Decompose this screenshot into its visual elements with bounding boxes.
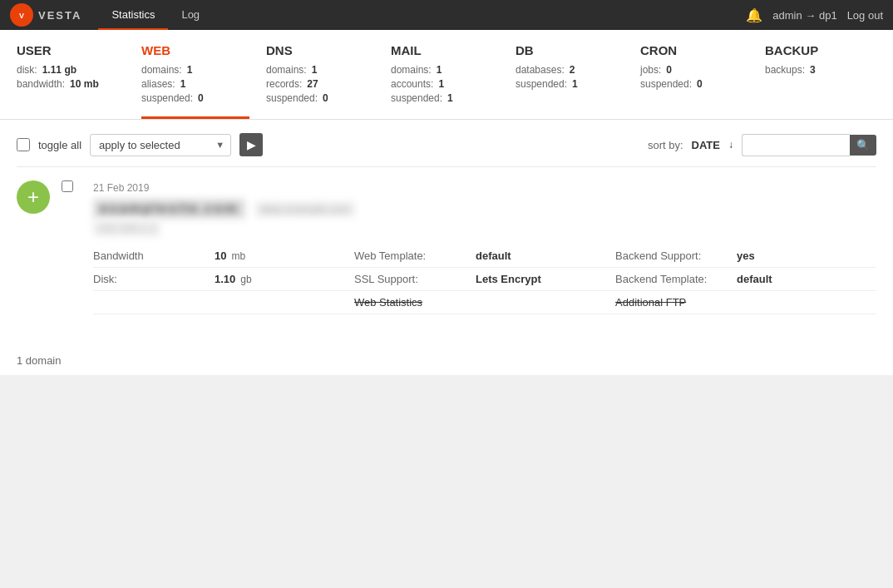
apply-select-wrapper: apply to selected ▼ bbox=[90, 134, 231, 156]
main-content: toggle all apply to selected ▼ ▶ sort by… bbox=[0, 120, 893, 375]
logo-icon: V bbox=[10, 3, 33, 27]
stats-bar: USER disk:1.11 gb bandwidth:10 mb WEB do… bbox=[0, 30, 893, 120]
stats-backup[interactable]: BACKUP backups:3 bbox=[765, 43, 873, 119]
stats-dns-title: DNS bbox=[266, 43, 358, 57]
apply-action-button[interactable]: ▶ bbox=[239, 133, 263, 156]
footer-count: 1 domain bbox=[17, 338, 876, 375]
stats-cron[interactable]: CRON jobs:0 suspended:0 bbox=[640, 43, 748, 119]
apply-to-selected-select[interactable]: apply to selected bbox=[90, 134, 231, 156]
domain-date: 21 Feb 2019 bbox=[93, 182, 876, 194]
logout-button[interactable]: Log out bbox=[847, 9, 883, 22]
stats-user: USER disk:1.11 gb bandwidth:10 mb bbox=[17, 43, 125, 119]
domain-header: examplesite.com alias.example.com bbox=[93, 199, 876, 219]
notification-bell-icon[interactable]: 🔔 bbox=[746, 7, 762, 23]
stats-web-title: WEB bbox=[141, 43, 233, 57]
stat-empty bbox=[93, 291, 354, 314]
toolbar: toggle all apply to selected ▼ ▶ sort by… bbox=[17, 120, 876, 167]
nav-statistics[interactable]: Statistics bbox=[98, 0, 168, 30]
search-button[interactable]: 🔍 bbox=[850, 135, 876, 156]
sort-direction-icon[interactable]: ↓ bbox=[728, 139, 733, 151]
domain-name[interactable]: examplesite.com bbox=[93, 199, 245, 219]
stat-additional-ftp[interactable]: Additional FTP bbox=[615, 291, 876, 314]
web-statistics-link[interactable]: Web Statistics bbox=[354, 296, 422, 309]
stats-dns[interactable]: DNS domains:1 records:27 suspended:0 bbox=[266, 43, 374, 119]
current-user[interactable]: admin → dp1 bbox=[772, 9, 836, 22]
nav-right: 🔔 admin → dp1 Log out bbox=[746, 7, 883, 23]
stat-web-statistics[interactable]: Web Statistics bbox=[354, 291, 615, 314]
stat-ssl-support: SSL Support: Lets Encrypt bbox=[354, 268, 615, 291]
domain-entry-checkbox[interactable] bbox=[62, 180, 73, 192]
additional-ftp-link[interactable]: Additional FTP bbox=[615, 296, 686, 309]
stats-user-title: USER bbox=[17, 43, 108, 57]
stats-cron-title: CRON bbox=[640, 43, 732, 57]
stat-backend-template: Backend Template: default bbox=[615, 268, 876, 291]
stats-mail[interactable]: MAIL domains:1 accounts:1 suspended:1 bbox=[391, 43, 499, 119]
search-wrapper: 🔍 bbox=[742, 134, 876, 156]
item-area: + 21 Feb 2019 examplesite.com alias.exam… bbox=[17, 167, 876, 338]
domain-ip: 192.168.1.1 bbox=[93, 220, 160, 236]
stats-web[interactable]: WEB domains:1 aliases:1 suspended:0 bbox=[141, 43, 249, 119]
domain-alias: alias.example.com bbox=[255, 201, 355, 217]
sort-by-label: sort by: bbox=[648, 139, 683, 151]
top-navigation: V VESTA Statistics Log 🔔 admin → dp1 Log… bbox=[0, 0, 893, 30]
toggle-all-checkbox[interactable] bbox=[17, 138, 30, 151]
stats-backup-title: BACKUP bbox=[765, 43, 856, 57]
nav-log[interactable]: Log bbox=[168, 0, 213, 30]
stat-disk: Disk: 1.10 gb bbox=[93, 268, 354, 291]
stat-bandwidth: Bandwidth 10 mb bbox=[93, 245, 354, 268]
toggle-all-label: toggle all bbox=[38, 139, 81, 151]
search-input[interactable] bbox=[742, 134, 850, 156]
stats-db[interactable]: DB databases:2 suspended:1 bbox=[516, 43, 624, 119]
stat-backend-support: Backend Support: yes bbox=[615, 245, 876, 268]
sort-by-value[interactable]: DATE bbox=[692, 139, 720, 151]
svg-text:V: V bbox=[19, 12, 24, 20]
stats-db-title: DB bbox=[516, 43, 607, 57]
stats-mail-title: MAIL bbox=[391, 43, 482, 57]
add-domain-button[interactable]: + bbox=[17, 180, 50, 214]
domain-entry: 21 Feb 2019 examplesite.com alias.exampl… bbox=[93, 177, 876, 328]
domain-entries: 21 Feb 2019 examplesite.com alias.exampl… bbox=[93, 177, 876, 328]
stat-web-template: Web Template: default bbox=[354, 245, 615, 268]
logo-text: VESTA bbox=[38, 9, 81, 22]
logo[interactable]: V VESTA bbox=[10, 3, 81, 27]
